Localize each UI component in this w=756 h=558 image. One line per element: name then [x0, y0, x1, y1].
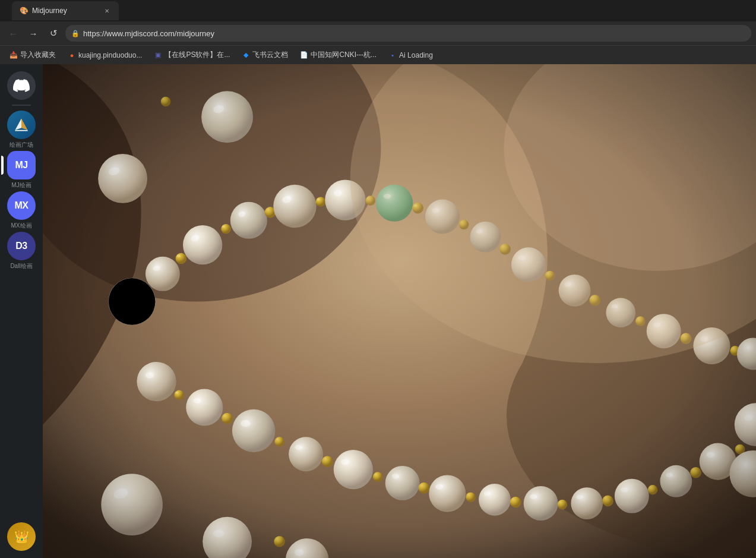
forward-button[interactable]: → — [25, 25, 42, 42]
discord-logo-svg — [13, 77, 30, 94]
svg-rect-110 — [43, 64, 756, 558]
d3-icon-text: D3 — [15, 241, 27, 251]
sidebar-item-wrapper-mj: MJ MJ绘画 — [7, 151, 36, 189]
sidebar-icon-crown[interactable]: 👑 — [7, 522, 36, 551]
bookmark-item-1[interactable]: 📥 导入收藏夹 — [5, 48, 61, 62]
pearl-necklace-image — [43, 64, 756, 558]
bookmark-label-4: 飞书云文档 — [252, 50, 288, 60]
tab-bar: 🎨 Midjourney ✕ — [0, 0, 756, 21]
sidebar-item-wrapper-d3: D3 Dall绘画 — [7, 232, 36, 270]
bookmark-icon-4: ◆ — [242, 51, 250, 59]
refresh-button[interactable]: ↺ — [45, 25, 62, 42]
back-button[interactable]: ← — [5, 25, 21, 42]
bookmark-label-1: 导入收藏夹 — [20, 50, 56, 60]
bookmarks-bar: 📥 导入收藏夹 ● kuajing.pinduoduo... ▣ 【在线PS软件… — [0, 45, 756, 64]
sidebar-item-wrapper-mx: MX MX绘画 — [7, 191, 36, 229]
pearl-svg — [43, 64, 756, 558]
discord-sidebar: 绘画广场 MJ MJ绘画 MX MX绘画 D3 Dall绘画 👑 — [0, 64, 43, 558]
bookmark-icon-6: ▪ — [388, 51, 397, 59]
bookmark-item-4[interactable]: ◆ 飞书云文档 — [237, 48, 293, 62]
browser-chrome: 🎨 Midjourney ✕ ← → ↺ 🔒 https://www.mjdis… — [0, 0, 756, 64]
tab-favicon: 🎨 — [19, 6, 29, 15]
main-image-area — [43, 64, 756, 558]
url-text: https://www.mjdiscord.com/midjourney — [83, 29, 214, 38]
address-bar-row: ← → ↺ 🔒 https://www.mjdiscord.com/midjou… — [0, 21, 756, 45]
bookmark-item-3[interactable]: ▣ 【在线PS软件】在... — [149, 48, 235, 62]
sidebar-icon-huachangguangchang[interactable] — [7, 111, 36, 139]
svg-marker-1 — [21, 119, 28, 130]
main-area: 绘画广场 MJ MJ绘画 MX MX绘画 D3 Dall绘画 👑 — [0, 64, 756, 558]
sidebar-icon-mx[interactable]: MX — [7, 191, 36, 220]
bookmark-icon-2: ● — [68, 51, 76, 59]
discord-server-icon[interactable] — [7, 71, 36, 100]
sidebar-divider-1 — [12, 105, 31, 106]
lock-icon: 🔒 — [71, 30, 80, 37]
tab-title: Midjourney — [32, 7, 67, 15]
bookmark-icon-3: ▣ — [154, 51, 162, 59]
bookmark-icon-5: 📄 — [300, 51, 308, 59]
mj-icon-text: MJ — [15, 160, 27, 171]
bookmark-item-5[interactable]: 📄 中国知网CNKI---杭... — [295, 48, 381, 62]
active-tab[interactable]: 🎨 Midjourney ✕ — [12, 1, 119, 20]
bookmark-label-3: 【在线PS软件】在... — [165, 50, 230, 60]
sidebar-icon-d3[interactable]: D3 — [7, 232, 36, 260]
crown-icon: 👑 — [14, 529, 29, 544]
bookmark-icon-1: 📥 — [10, 51, 18, 59]
bookmark-label-2: kuajing.pinduoduo... — [78, 51, 142, 59]
sidebar-item-wrapper-discord — [7, 71, 36, 100]
sidebar-label-mx: MX绘画 — [11, 222, 32, 229]
sidebar-item-wrapper-crown: 👑 — [7, 522, 36, 551]
bookmark-item-6[interactable]: ▪ Ai Loading — [384, 49, 438, 61]
sidebar-label-mj: MJ绘画 — [11, 182, 31, 189]
sidebar-item-wrapper-huachangguangchang: 绘画广场 — [7, 111, 36, 149]
bookmark-label-6: Ai Loading — [399, 51, 433, 59]
sidebar-label-huachangguangchang: 绘画广场 — [10, 141, 33, 149]
sidebar-label-d3: Dall绘画 — [10, 263, 32, 270]
sidebar-icon-mj[interactable]: MJ — [7, 151, 36, 179]
bookmark-item-2[interactable]: ● kuajing.pinduoduo... — [63, 49, 147, 61]
sail-svg — [13, 116, 30, 133]
tab-close-button[interactable]: ✕ — [102, 6, 112, 15]
svg-marker-0 — [15, 119, 22, 130]
bookmark-label-5: 中国知网CNKI---杭... — [311, 50, 377, 60]
address-bar[interactable]: 🔒 https://www.mjdiscord.com/midjourney — [65, 25, 751, 42]
mx-icon-text: MX — [15, 200, 29, 211]
